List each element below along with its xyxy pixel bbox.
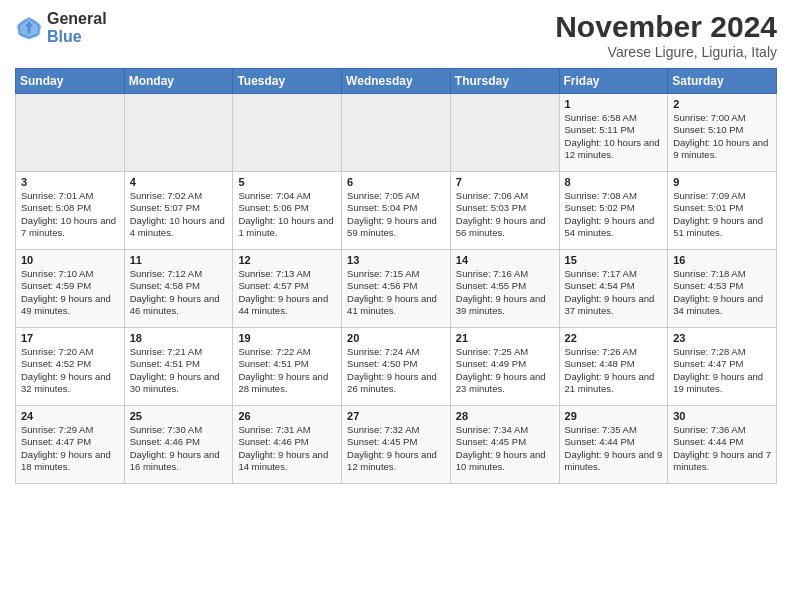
- day-info: Sunset: 5:08 PM: [21, 202, 119, 214]
- day-header-saturday: Saturday: [668, 69, 777, 94]
- calendar-cell: 18Sunrise: 7:21 AMSunset: 4:51 PMDayligh…: [124, 328, 233, 406]
- day-info: Sunset: 5:01 PM: [673, 202, 771, 214]
- day-info: Sunrise: 7:22 AM: [238, 346, 336, 358]
- day-number: 17: [21, 332, 119, 344]
- day-info: Sunset: 4:45 PM: [347, 436, 445, 448]
- day-number: 14: [456, 254, 554, 266]
- day-info: Sunset: 5:02 PM: [565, 202, 663, 214]
- calendar-cell: 21Sunrise: 7:25 AMSunset: 4:49 PMDayligh…: [450, 328, 559, 406]
- calendar-week-row: 3Sunrise: 7:01 AMSunset: 5:08 PMDaylight…: [16, 172, 777, 250]
- day-info: Daylight: 9 hours and 7 minutes.: [673, 449, 771, 474]
- day-info: Daylight: 9 hours and 34 minutes.: [673, 293, 771, 318]
- day-info: Sunrise: 7:01 AM: [21, 190, 119, 202]
- day-info: Sunrise: 7:13 AM: [238, 268, 336, 280]
- day-info: Daylight: 9 hours and 21 minutes.: [565, 371, 663, 396]
- day-info: Daylight: 9 hours and 39 minutes.: [456, 293, 554, 318]
- day-info: Sunrise: 7:36 AM: [673, 424, 771, 436]
- calendar-cell: 3Sunrise: 7:01 AMSunset: 5:08 PMDaylight…: [16, 172, 125, 250]
- day-info: Sunrise: 7:02 AM: [130, 190, 228, 202]
- day-info: Sunrise: 7:28 AM: [673, 346, 771, 358]
- calendar-cell: 25Sunrise: 7:30 AMSunset: 4:46 PMDayligh…: [124, 406, 233, 484]
- day-number: 22: [565, 332, 663, 344]
- day-number: 1: [565, 98, 663, 110]
- day-info: Daylight: 9 hours and 16 minutes.: [130, 449, 228, 474]
- day-number: 10: [21, 254, 119, 266]
- calendar-cell: 19Sunrise: 7:22 AMSunset: 4:51 PMDayligh…: [233, 328, 342, 406]
- day-info: Daylight: 9 hours and 37 minutes.: [565, 293, 663, 318]
- day-header-sunday: Sunday: [16, 69, 125, 94]
- day-info: Sunrise: 7:16 AM: [456, 268, 554, 280]
- day-number: 9: [673, 176, 771, 188]
- location-subtitle: Varese Ligure, Liguria, Italy: [555, 44, 777, 60]
- calendar-cell: 1Sunrise: 6:58 AMSunset: 5:11 PMDaylight…: [559, 94, 668, 172]
- day-info: Sunrise: 7:34 AM: [456, 424, 554, 436]
- day-number: 30: [673, 410, 771, 422]
- day-info: Daylight: 9 hours and 26 minutes.: [347, 371, 445, 396]
- day-number: 6: [347, 176, 445, 188]
- calendar-cell: 8Sunrise: 7:08 AMSunset: 5:02 PMDaylight…: [559, 172, 668, 250]
- day-info: Daylight: 9 hours and 23 minutes.: [456, 371, 554, 396]
- day-info: Sunrise: 6:58 AM: [565, 112, 663, 124]
- day-info: Daylight: 9 hours and 44 minutes.: [238, 293, 336, 318]
- day-number: 25: [130, 410, 228, 422]
- day-number: 2: [673, 98, 771, 110]
- calendar-cell: 6Sunrise: 7:05 AMSunset: 5:04 PMDaylight…: [342, 172, 451, 250]
- calendar-cell: [342, 94, 451, 172]
- day-info: Sunrise: 7:12 AM: [130, 268, 228, 280]
- day-info: Daylight: 9 hours and 12 minutes.: [347, 449, 445, 474]
- calendar-cell: 24Sunrise: 7:29 AMSunset: 4:47 PMDayligh…: [16, 406, 125, 484]
- day-info: Sunset: 4:47 PM: [673, 358, 771, 370]
- calendar-cell: 11Sunrise: 7:12 AMSunset: 4:58 PMDayligh…: [124, 250, 233, 328]
- day-info: Daylight: 9 hours and 14 minutes.: [238, 449, 336, 474]
- page-container: General Blue November 2024 Varese Ligure…: [0, 0, 792, 494]
- day-info: Sunrise: 7:20 AM: [21, 346, 119, 358]
- day-info: Sunset: 4:47 PM: [21, 436, 119, 448]
- day-info: Sunrise: 7:08 AM: [565, 190, 663, 202]
- day-info: Sunset: 4:44 PM: [565, 436, 663, 448]
- day-info: Sunset: 4:58 PM: [130, 280, 228, 292]
- day-number: 21: [456, 332, 554, 344]
- day-number: 29: [565, 410, 663, 422]
- day-header-wednesday: Wednesday: [342, 69, 451, 94]
- day-info: Sunrise: 7:24 AM: [347, 346, 445, 358]
- title-block: November 2024 Varese Ligure, Liguria, It…: [555, 10, 777, 60]
- day-info: Daylight: 9 hours and 54 minutes.: [565, 215, 663, 240]
- day-number: 28: [456, 410, 554, 422]
- day-info: Sunrise: 7:17 AM: [565, 268, 663, 280]
- calendar-cell: [233, 94, 342, 172]
- day-info: Sunset: 5:07 PM: [130, 202, 228, 214]
- day-info: Daylight: 9 hours and 10 minutes.: [456, 449, 554, 474]
- day-info: Sunset: 5:10 PM: [673, 124, 771, 136]
- day-info: Daylight: 9 hours and 30 minutes.: [130, 371, 228, 396]
- day-header-thursday: Thursday: [450, 69, 559, 94]
- day-info: Sunset: 4:51 PM: [130, 358, 228, 370]
- day-number: 19: [238, 332, 336, 344]
- day-info: Sunrise: 7:04 AM: [238, 190, 336, 202]
- day-info: Sunrise: 7:32 AM: [347, 424, 445, 436]
- calendar-cell: 22Sunrise: 7:26 AMSunset: 4:48 PMDayligh…: [559, 328, 668, 406]
- calendar-table: SundayMondayTuesdayWednesdayThursdayFrid…: [15, 68, 777, 484]
- day-number: 26: [238, 410, 336, 422]
- calendar-cell: 7Sunrise: 7:06 AMSunset: 5:03 PMDaylight…: [450, 172, 559, 250]
- calendar-cell: 9Sunrise: 7:09 AMSunset: 5:01 PMDaylight…: [668, 172, 777, 250]
- calendar-cell: 16Sunrise: 7:18 AMSunset: 4:53 PMDayligh…: [668, 250, 777, 328]
- day-number: 23: [673, 332, 771, 344]
- day-number: 4: [130, 176, 228, 188]
- calendar-cell: 29Sunrise: 7:35 AMSunset: 4:44 PMDayligh…: [559, 406, 668, 484]
- calendar-cell: 23Sunrise: 7:28 AMSunset: 4:47 PMDayligh…: [668, 328, 777, 406]
- day-info: Sunset: 4:45 PM: [456, 436, 554, 448]
- day-header-friday: Friday: [559, 69, 668, 94]
- day-info: Sunset: 4:57 PM: [238, 280, 336, 292]
- day-number: 13: [347, 254, 445, 266]
- calendar-cell: 4Sunrise: 7:02 AMSunset: 5:07 PMDaylight…: [124, 172, 233, 250]
- calendar-cell: 20Sunrise: 7:24 AMSunset: 4:50 PMDayligh…: [342, 328, 451, 406]
- calendar-cell: 27Sunrise: 7:32 AMSunset: 4:45 PMDayligh…: [342, 406, 451, 484]
- day-info: Sunrise: 7:06 AM: [456, 190, 554, 202]
- day-number: 16: [673, 254, 771, 266]
- calendar-cell: 15Sunrise: 7:17 AMSunset: 4:54 PMDayligh…: [559, 250, 668, 328]
- calendar-week-row: 17Sunrise: 7:20 AMSunset: 4:52 PMDayligh…: [16, 328, 777, 406]
- day-info: Daylight: 10 hours and 12 minutes.: [565, 137, 663, 162]
- day-info: Sunrise: 7:31 AM: [238, 424, 336, 436]
- calendar-cell: 5Sunrise: 7:04 AMSunset: 5:06 PMDaylight…: [233, 172, 342, 250]
- day-number: 27: [347, 410, 445, 422]
